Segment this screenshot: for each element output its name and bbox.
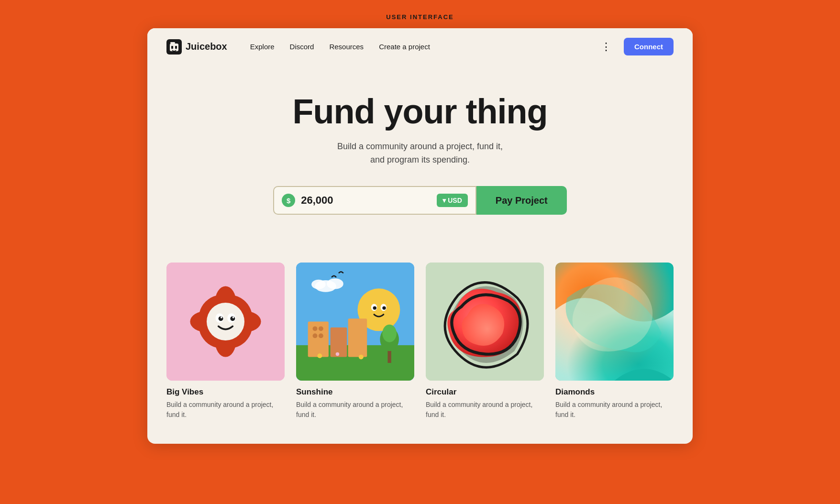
pay-project-button[interactable]: Pay Project [476, 186, 567, 215]
card-big-vibes-title: Big Vibes [166, 387, 285, 397]
card-sunshine[interactable]: Sunshine Build a community around a proj… [296, 263, 414, 420]
currency-chevron-icon: ▾ [442, 197, 446, 204]
svg-rect-4 [175, 46, 177, 49]
card-sunshine-title: Sunshine [296, 387, 414, 397]
hero-subtitle: Build a community around a project, fund… [166, 140, 674, 167]
svg-point-20 [221, 317, 222, 318]
card-circular-image [426, 263, 544, 381]
svg-rect-38 [319, 333, 323, 338]
pay-input-wrapper: $ ▾ USD [273, 186, 476, 215]
nav-discord[interactable]: Discord [290, 43, 314, 51]
svg-rect-1 [170, 42, 175, 44]
card-diamonds[interactable]: Diamonds Build a community around a proj… [555, 263, 674, 420]
svg-rect-37 [313, 333, 318, 338]
svg-point-31 [311, 280, 326, 289]
page-label: USER INTERFACE [386, 13, 453, 21]
nav-links: Explore Discord Resources Create a proje… [250, 43, 597, 51]
dollar-icon: $ [282, 194, 295, 207]
card-diamonds-image [555, 263, 674, 381]
svg-rect-3 [171, 46, 173, 49]
card-circular-desc: Build a community around a project, fund… [426, 400, 544, 420]
card-diamonds-title: Diamonds [555, 387, 674, 397]
svg-rect-33 [331, 328, 347, 357]
svg-rect-35 [313, 327, 318, 331]
svg-point-28 [382, 307, 386, 310]
logo-icon [166, 39, 182, 55]
card-big-vibes-image [166, 263, 285, 381]
nav-explore[interactable]: Explore [250, 43, 275, 51]
circular-illustration [426, 263, 544, 381]
svg-point-15 [207, 303, 244, 340]
nav-resources[interactable]: Resources [329, 43, 364, 51]
pay-row: $ ▾ USD Pay Project [166, 186, 674, 215]
card-sunshine-desc: Build a community around a project, fund… [296, 400, 414, 420]
svg-point-27 [373, 307, 376, 310]
card-big-vibes-desc: Build a community around a project, fund… [166, 400, 285, 420]
cards-grid: Big Vibes Build a community around a pro… [166, 263, 674, 420]
nav-right: ⋮ Connect [597, 38, 674, 55]
hero-section: Fund your thing Build a community around… [147, 65, 693, 263]
navbar: Juicebox Explore Discord Resources Creat… [147, 28, 693, 65]
svg-rect-32 [308, 322, 329, 357]
card-circular-title: Circular [426, 387, 544, 397]
cards-section: Big Vibes Build a community around a pro… [147, 263, 693, 444]
big-vibes-illustration [166, 263, 285, 381]
nav-create-project[interactable]: Create a project [379, 43, 430, 51]
hero-title: Fund your thing [166, 94, 674, 130]
svg-point-43 [336, 352, 339, 356]
svg-rect-2 [170, 44, 178, 51]
card-sunshine-image [296, 263, 414, 381]
browser-window: Juicebox Explore Discord Resources Creat… [147, 28, 693, 444]
currency-label: USD [448, 197, 462, 204]
logo-link[interactable]: Juicebox [166, 39, 227, 55]
diamonds-illustration [555, 263, 674, 381]
connect-button[interactable]: Connect [624, 38, 674, 55]
card-big-vibes[interactable]: Big Vibes Build a community around a pro… [166, 263, 285, 420]
svg-point-21 [232, 317, 234, 318]
svg-point-41 [382, 325, 397, 342]
logo-text: Juicebox [186, 41, 227, 52]
svg-rect-36 [319, 327, 323, 331]
amount-input[interactable] [301, 194, 437, 207]
currency-selector[interactable]: ▾ USD [437, 194, 468, 207]
svg-point-30 [327, 279, 343, 289]
card-diamonds-desc: Build a community around a project, fund… [555, 400, 674, 420]
svg-point-44 [359, 355, 364, 360]
sunshine-illustration [296, 263, 414, 381]
card-circular[interactable]: Circular Build a community around a proj… [426, 263, 544, 420]
more-options-icon[interactable]: ⋮ [597, 39, 616, 55]
svg-point-42 [317, 353, 322, 358]
svg-rect-34 [348, 319, 367, 357]
